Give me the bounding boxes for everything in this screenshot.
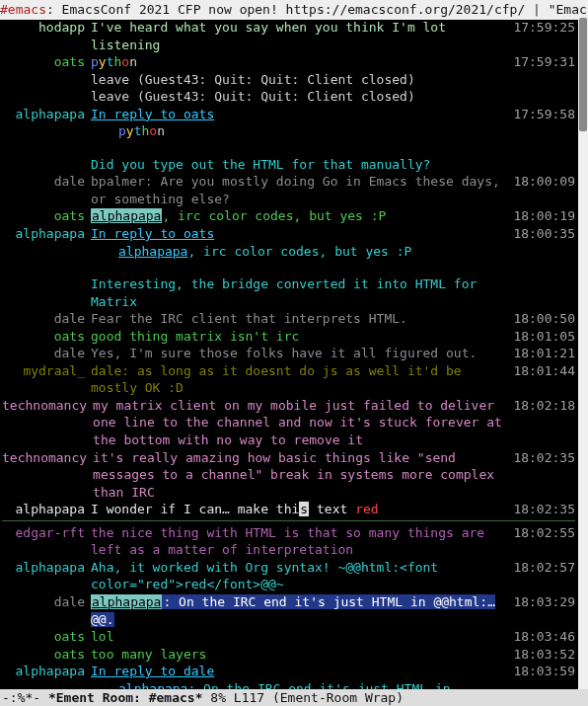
nick-label: oats <box>2 207 91 225</box>
timestamp: 17:59:31 <box>508 53 575 71</box>
message-row: oatslol18:03:46 <box>2 628 575 646</box>
message-body: it's really amazing how basic things lik… <box>93 449 508 502</box>
timestamp: 18:02:57 <box>508 559 575 577</box>
message-body: lol <box>91 628 508 646</box>
timestamp: 17:59:25 <box>508 19 575 37</box>
scrollbar-thumb[interactable] <box>579 18 587 131</box>
message-body: alphapapa: On the IRC end it's just HTML… <box>91 680 508 689</box>
topic-sep: | <box>533 2 541 17</box>
nick-label: alphapapa <box>2 559 91 577</box>
message-body: Did you type out the HTML for that manua… <box>91 156 508 174</box>
timestamp: 18:00:35 <box>508 225 575 243</box>
nick-label: dale <box>2 310 91 328</box>
message-body: Interesting, the bridge converted it int… <box>91 275 508 310</box>
message-body: I've heard what you say when you think I… <box>91 19 508 53</box>
message-body: alphapapa, irc color codes, but yes :P <box>91 243 508 261</box>
message-row: hodappI've heard what you say when you t… <box>2 19 575 53</box>
timestamp: 18:02:35 <box>508 449 575 467</box>
message-body: leave (Guest43: Quit: Quit: Client close… <box>91 88 508 106</box>
message-row: oatstoo many layers18:03:52 <box>2 646 575 664</box>
nick-label: oats <box>2 53 91 71</box>
message-body: my matrix client on my mobile just faile… <box>93 397 508 449</box>
separator <box>2 520 575 521</box>
message-row: Interesting, the bridge converted it int… <box>2 275 575 310</box>
message-row: dalebpalmer: Are you mostly doing Go in … <box>2 173 575 207</box>
timestamp: 17:59:58 <box>508 106 575 123</box>
modeline-flags: -:%*- <box>2 690 48 705</box>
message-body: alphapapa, irc color codes, but yes :P <box>91 207 508 225</box>
header-topic-bar: #emacs: EmacsConf 2021 CFP now open! htt… <box>0 0 588 20</box>
message-body: In reply to oats <box>91 225 508 243</box>
message-row: alphapapaIn reply to oats17:59:58 <box>2 106 575 123</box>
timestamp: 18:01:05 <box>508 328 575 346</box>
message-row: daleFear the IRC client that interprets … <box>2 310 575 328</box>
message-body: I wonder if I can… make this text red <box>91 501 508 518</box>
message-row: oatsgood thing matrix isn't irc18:01:05 <box>2 328 575 346</box>
timestamp: 18:00:50 <box>508 310 575 328</box>
message-body: the nice thing with HTML is that so many… <box>91 524 508 559</box>
message-body: dale: as long as it doesnt do js as well… <box>91 362 508 397</box>
scrollbar[interactable] <box>578 18 588 689</box>
timestamp: 18:03:52 <box>508 646 575 664</box>
channel-name: #emacs <box>0 2 46 17</box>
message-body: leave (Guest43: Quit: Quit: Client close… <box>91 71 508 89</box>
message-body: In reply to oats <box>91 106 508 123</box>
message-body: In reply to dale <box>91 663 508 680</box>
message-buffer[interactable]: hodappI've heard what you say when you t… <box>0 18 577 689</box>
message-row: Did you type out the HTML for that manua… <box>2 156 575 174</box>
nick-label: dale <box>2 345 91 362</box>
timestamp: 18:00:19 <box>508 207 575 225</box>
nick-label: alphapapa <box>2 225 91 243</box>
message-body: too many layers <box>91 646 508 664</box>
timestamp: 18:02:18 <box>508 397 575 415</box>
message-row: leave (Guest43: Quit: Quit: Client close… <box>2 71 575 89</box>
message-body: bpalmer: Are you mostly doing Go in Emac… <box>91 173 508 207</box>
nick-label: oats <box>2 328 91 346</box>
modeline-pct: 8% <box>203 690 234 705</box>
nick-label: oats <box>2 646 91 664</box>
timestamp: 18:02:55 <box>508 524 575 542</box>
nick-label: technomancy <box>2 397 93 415</box>
nick-label: edgar-rft <box>2 524 91 542</box>
message-body: Yes, I'm sure those folks have it all fi… <box>91 345 508 362</box>
message-row: technomancymy matrix client on my mobile… <box>2 397 575 449</box>
nick-label: alphapapa <box>2 106 91 123</box>
message-row: edgar-rftthe nice thing with HTML is tha… <box>2 524 575 559</box>
message-body: Aha, it worked with Org syntax! ~@@html:… <box>91 559 508 593</box>
message-row: daleYes, I'm sure those folks have it al… <box>2 345 575 362</box>
timestamp: 18:03:29 <box>508 593 575 611</box>
message-row: oatsalphapapa, irc color codes, but yes … <box>2 207 575 225</box>
timestamp: 18:02:35 <box>508 501 575 518</box>
modeline-room: *Ement Room: #emacs* <box>48 690 203 705</box>
message-row: technomancyit's really amazing how basic… <box>2 449 575 502</box>
message-row: dalealphapapa: On the IRC end it's just … <box>2 593 575 628</box>
timestamp: 18:00:09 <box>508 173 575 191</box>
nick-label: alphapapa <box>2 501 91 518</box>
message-body: alphapapa: On the IRC end it's just HTML… <box>91 593 508 628</box>
nick-label: dale <box>2 173 91 191</box>
message-row: mydraal_dale: as long as it doesnt do js… <box>2 362 575 397</box>
message-row: leave (Guest43: Quit: Quit: Client close… <box>2 88 575 106</box>
timestamp: 18:01:21 <box>508 345 575 362</box>
timestamp: 18:03:59 <box>508 663 575 680</box>
nick-label: dale <box>2 593 91 611</box>
timestamp: 18:01:44 <box>508 362 575 380</box>
message-row: alphapapaIn reply to oats18:00:35 <box>2 225 575 243</box>
timestamp: 18:03:46 <box>508 628 575 646</box>
message-row: oatspython17:59:31 <box>2 53 575 71</box>
message-row: alphapapaAha, it worked with Org syntax!… <box>2 559 575 593</box>
message-row: alphapapa: On the IRC end it's just HTML… <box>2 680 575 689</box>
message-row: alphapapaI wonder if I can… make this te… <box>2 501 575 518</box>
modeline-mode: (Ement-Room Wrap) <box>264 690 404 705</box>
nick-label: mydraal_ <box>2 362 91 380</box>
nick-label: alphapapa <box>2 663 91 680</box>
message-body: Fear the IRC client that interprets HTML… <box>91 310 508 328</box>
nick-label: technomancy <box>2 449 93 467</box>
topic-part-a: : EmacsConf 2021 CFP now open! https://e… <box>46 2 533 17</box>
message-body: good thing matrix isn't irc <box>91 328 508 346</box>
message-row: alphapapa, irc color codes, but yes :P <box>2 243 575 261</box>
message-body: python <box>91 53 508 71</box>
nick-label: oats <box>2 628 91 646</box>
modeline-pos: L117 <box>234 690 264 705</box>
nick-label: hodapp <box>2 19 91 37</box>
